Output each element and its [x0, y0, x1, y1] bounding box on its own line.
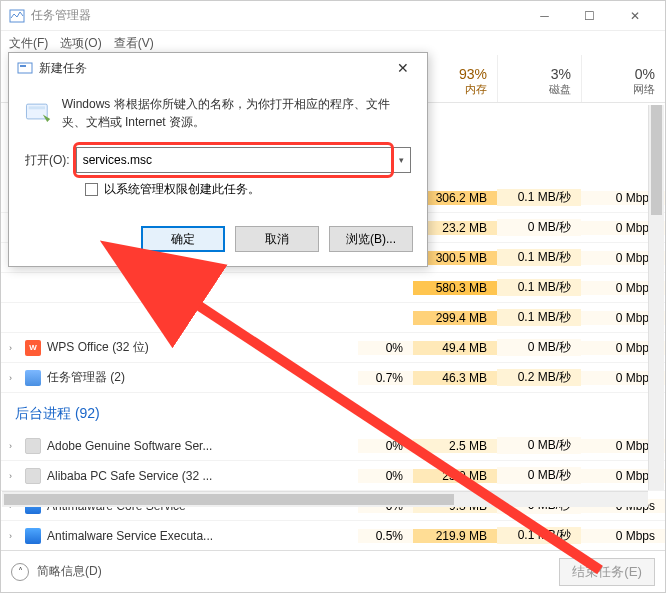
memory-percent: 93% — [459, 66, 487, 82]
cpu-cell: 0% — [358, 439, 413, 453]
disk-cell: 0 MB/秒 — [497, 467, 581, 484]
process-row[interactable]: ›Antimalware Service Executa...0.5%219.9… — [1, 521, 665, 550]
process-row[interactable]: ›Adobe Genuine Software Ser...0%2.5 MB0 … — [1, 431, 665, 461]
cpu-cell: 0.7% — [358, 371, 413, 385]
expand-icon[interactable]: › — [9, 441, 19, 451]
svg-rect-4 — [29, 106, 45, 109]
dialog-description: Windows 将根据你所键入的名称，为你打开相应的程序、文件夹、文档或 Int… — [62, 95, 411, 131]
run-program-icon — [25, 95, 52, 131]
vertical-scrollbar[interactable] — [648, 105, 664, 490]
app-icon — [25, 438, 41, 454]
mem-cell: 219.9 MB — [413, 529, 497, 543]
dialog-body: Windows 将根据你所键入的名称，为你打开相应的程序、文件夹、文档或 Int… — [9, 83, 427, 216]
expand-icon[interactable]: › — [9, 531, 19, 541]
process-row[interactable]: 299.4 MB0.1 MB/秒0 Mbps — [1, 303, 665, 333]
footer: ˄ 简略信息(D) 结束任务(E) — [1, 550, 665, 592]
cancel-button[interactable]: 取消 — [235, 226, 319, 252]
menu-view[interactable]: 查看(V) — [114, 35, 154, 52]
expand-icon[interactable]: › — [9, 373, 19, 383]
ok-button[interactable]: 确定 — [141, 226, 225, 252]
app-icon — [25, 370, 41, 386]
disk-cell: 0.1 MB/秒 — [497, 279, 581, 296]
end-task-button[interactable]: 结束任务(E) — [559, 558, 655, 586]
open-value: services.msc — [83, 153, 399, 167]
dialog-description-row: Windows 将根据你所键入的名称，为你打开相应的程序、文件夹、文档或 Int… — [25, 95, 411, 131]
expand-icon[interactable]: › — [9, 471, 19, 481]
cpu-cell: 0% — [358, 469, 413, 483]
expand-icon[interactable]: › — [9, 343, 19, 353]
svg-rect-1 — [18, 63, 32, 73]
admin-label: 以系统管理权限创建此任务。 — [104, 181, 260, 198]
process-row[interactable]: ›WWPS Office (32 位)0%49.4 MB0 MB/秒0 Mbps — [1, 333, 665, 363]
disk-cell: 0.1 MB/秒 — [497, 309, 581, 326]
process-row[interactable]: ›Alibaba PC Safe Service (32 ...0%25.0 M… — [1, 461, 665, 491]
app-icon — [25, 468, 41, 484]
window-title: 任务管理器 — [31, 7, 522, 24]
brief-info-label: 简略信息(D) — [37, 563, 102, 580]
mem-cell: 49.4 MB — [413, 341, 497, 355]
dialog-close-button[interactable]: ✕ — [387, 60, 419, 76]
browse-button[interactable]: 浏览(B)... — [329, 226, 413, 252]
process-row[interactable]: 580.3 MB0.1 MB/秒0 Mbps — [1, 273, 665, 303]
process-name-cell: ›任务管理器 (2) — [1, 369, 358, 386]
svg-rect-2 — [20, 65, 26, 67]
process-name: Adobe Genuine Software Ser... — [47, 439, 212, 453]
process-name: WPS Office (32 位) — [47, 339, 149, 356]
disk-cell: 0.1 MB/秒 — [497, 527, 581, 544]
minimize-button[interactable]: ─ — [522, 1, 567, 30]
dialog-title: 新建任务 — [39, 60, 387, 77]
open-label: 打开(O): — [25, 152, 70, 169]
open-combobox[interactable]: services.msc ▾ — [76, 147, 411, 173]
cpu-cell: 0% — [358, 341, 413, 355]
column-network[interactable]: 0% 网络 — [581, 55, 665, 102]
memory-label: 内存 — [465, 82, 487, 97]
disk-cell: 0.2 MB/秒 — [497, 369, 581, 386]
disk-cell: 0 MB/秒 — [497, 339, 581, 356]
cpu-cell: 0.5% — [358, 529, 413, 543]
menu-options[interactable]: 选项(O) — [60, 35, 101, 52]
titlebar: 任务管理器 ─ ☐ ✕ — [1, 1, 665, 31]
menu-file[interactable]: 文件(F) — [9, 35, 48, 52]
disk-percent: 3% — [551, 66, 571, 82]
horizontal-scrollbar[interactable] — [2, 491, 648, 507]
app-icon: W — [25, 340, 41, 356]
process-name-cell: ›Adobe Genuine Software Ser... — [1, 438, 358, 454]
process-name: Antimalware Service Executa... — [47, 529, 213, 543]
chevron-down-icon[interactable]: ▾ — [399, 155, 404, 165]
scrollbar-thumb[interactable] — [651, 105, 662, 215]
run-dialog: 新建任务 ✕ Windows 将根据你所键入的名称，为你打开相应的程序、文件夹、… — [8, 52, 428, 267]
disk-label: 磁盘 — [549, 82, 571, 97]
chevron-up-icon: ˄ — [11, 563, 29, 581]
column-disk[interactable]: 3% 磁盘 — [497, 55, 581, 102]
process-row[interactable]: ›任务管理器 (2)0.7%46.3 MB0.2 MB/秒0 Mbps — [1, 363, 665, 393]
window-buttons: ─ ☐ ✕ — [522, 1, 657, 30]
dialog-titlebar: 新建任务 ✕ — [9, 53, 427, 83]
mem-cell: 25.0 MB — [413, 469, 497, 483]
process-name-cell: ›Antimalware Service Executa... — [1, 528, 358, 544]
mem-cell: 46.3 MB — [413, 371, 497, 385]
process-name: Alibaba PC Safe Service (32 ... — [47, 469, 212, 483]
process-name-cell: ›WWPS Office (32 位) — [1, 339, 358, 356]
network-percent: 0% — [635, 66, 655, 82]
mem-cell: 299.4 MB — [413, 311, 497, 325]
task-manager-icon — [9, 8, 25, 24]
disk-cell: 0 MB/秒 — [497, 219, 581, 236]
net-cell: 0 Mbps — [581, 529, 665, 543]
dialog-buttons: 确定 取消 浏览(B)... — [9, 216, 427, 266]
maximize-button[interactable]: ☐ — [567, 1, 612, 30]
open-row: 打开(O): services.msc ▾ — [25, 147, 411, 173]
process-name-cell: ›Alibaba PC Safe Service (32 ... — [1, 468, 358, 484]
process-name: 任务管理器 (2) — [47, 369, 125, 386]
group-background[interactable]: 后台进程 (92) — [1, 393, 665, 431]
network-label: 网络 — [633, 82, 655, 97]
admin-checkbox[interactable] — [85, 183, 98, 196]
mem-cell: 2.5 MB — [413, 439, 497, 453]
close-button[interactable]: ✕ — [612, 1, 657, 30]
run-icon — [17, 60, 33, 76]
mem-cell: 580.3 MB — [413, 281, 497, 295]
brief-info-toggle[interactable]: ˄ 简略信息(D) — [11, 563, 102, 581]
admin-row: 以系统管理权限创建此任务。 — [25, 181, 411, 198]
disk-cell: 0 MB/秒 — [497, 437, 581, 454]
scrollbar-thumb[interactable] — [4, 494, 454, 505]
disk-cell: 0.1 MB/秒 — [497, 249, 581, 266]
